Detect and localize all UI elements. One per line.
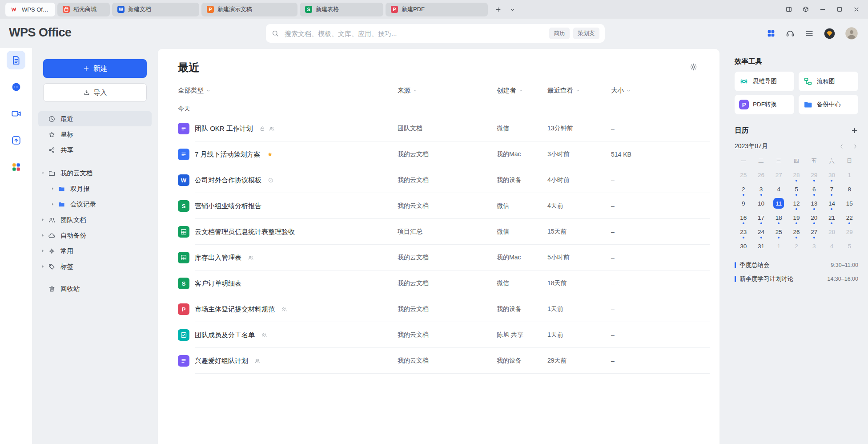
calendar-day[interactable]: 12 [788,196,805,210]
sidebar-item-我的云文档[interactable]: 我的云文档 [38,165,152,181]
calendar-day[interactable]: 4 [770,182,788,196]
calendar-day[interactable]: 25 [770,225,788,239]
tab-4[interactable]: P新建演示文稿 [201,3,297,16]
filter-4[interactable]: 最近查看 [547,86,581,95]
caret-right-icon[interactable] [40,264,45,269]
tab-2[interactable]: 稻壳商城 [57,3,110,16]
new-tab-button[interactable] [492,4,504,15]
sidebar-item-回收站[interactable]: 回收站 [38,281,152,296]
file-row[interactable]: 兴趣爱好组队计划 我的云文档 我的设备 29天前 – [178,348,710,374]
calendar-day[interactable]: 3 [752,182,770,196]
tool-backup[interactable]: 备份中心 [799,95,858,114]
filter-2[interactable]: 来源 [398,86,418,95]
rail-messages-icon[interactable] [7,77,25,96]
file-row[interactable]: W 公司对外合作协议模板 我的云文档 我的设备 4小时前 – [178,167,710,193]
sidebar-item-标签[interactable]: 标签 [38,259,152,274]
calendar-day[interactable]: 16 [735,210,752,225]
sidebar-item-最近[interactable]: 最近 [38,111,152,126]
caret-right-icon[interactable] [40,249,45,254]
calendar-day[interactable]: 26 [752,168,770,182]
search-tag-chip[interactable]: 简历 [549,28,570,39]
sidebar-item-常用[interactable]: 常用 [38,243,152,258]
filter-1[interactable]: 全部类型 [178,86,211,95]
file-row[interactable]: 云文档管理员信息统计表整理验收 项目汇总 微信 15天前 – [178,219,710,245]
tab-list-chevron-icon[interactable] [506,4,518,15]
calendar-day[interactable]: 14 [823,196,841,210]
next-month-button[interactable] [852,143,858,149]
calendar-day[interactable]: 21 [823,210,841,225]
file-row[interactable]: 7 月线下活动策划方案 我的云文档 我的Mac 3小时前 514 KB [178,141,710,167]
rail-cloud-space-icon[interactable] [7,131,25,149]
menu-icon[interactable] [804,28,814,38]
tab-3[interactable]: W新建文档 [112,3,199,16]
calendar-day[interactable]: 4 [823,239,841,253]
sidebar-item-自动备份[interactable]: 自动备份 [38,228,152,243]
calendar-day[interactable]: 10 [752,196,770,210]
calendar-day[interactable]: 3 [805,239,823,253]
maximize-button[interactable] [833,3,846,16]
sidebar-item-双月报[interactable]: 双月报 [38,181,152,196]
tab-1[interactable]: WPS Office [5,3,55,16]
caret-down-icon[interactable] [40,171,45,176]
search-bar[interactable]: 简历策划案 [266,24,605,43]
tab-5[interactable]: S新建表格 [300,3,383,16]
calendar-day[interactable]: 30 [823,168,841,182]
filter-3[interactable]: 创建者 [497,86,524,95]
calendar-day[interactable]: 5 [840,239,858,253]
search-tag-chip[interactable]: 策划案 [573,28,599,39]
workspace-icon[interactable] [800,3,812,16]
sidebar-item-团队文档[interactable]: 团队文档 [38,212,152,227]
prev-month-button[interactable] [839,143,845,149]
file-row[interactable]: P 市场主体登记提交材料规范 我的云文档 我的设备 1天前 – [178,296,710,322]
calendar-day[interactable]: 8 [840,182,858,196]
calendar-day-selected[interactable]: 11 [770,196,788,210]
calendar-day[interactable]: 15 [840,196,858,210]
user-avatar[interactable] [845,27,858,40]
sidebar-item-会议记录[interactable]: 会议记录 [38,197,152,212]
calendar-day[interactable]: 25 [735,168,752,182]
calendar-day[interactable]: 1 [840,168,858,182]
calendar-day[interactable]: 27 [770,168,788,182]
sidebar-item-共享[interactable]: 共享 [38,142,152,157]
calendar-day[interactable]: 13 [805,196,823,210]
tool-flowchart[interactable]: 流程图 [799,72,858,91]
search-input[interactable] [284,29,545,38]
calendar-day[interactable]: 30 [735,239,752,253]
calendar-day[interactable]: 1 [770,239,788,253]
calendar-day[interactable]: 2 [735,182,752,196]
calendar-day[interactable]: 18 [770,210,788,225]
calendar-day[interactable]: 27 [805,225,823,239]
calendar-day[interactable]: 19 [788,210,805,225]
membership-icon[interactable] [824,28,836,40]
calendar-day[interactable]: 29 [840,225,858,239]
caret-right-icon[interactable] [40,218,45,222]
file-row[interactable]: 库存出入管理表 我的云文档 我的Mac 5小时前 – [178,245,710,270]
customer-service-icon[interactable] [785,28,795,38]
calendar-day[interactable]: 24 [752,225,770,239]
calendar-day[interactable]: 29 [805,168,823,182]
filter-5[interactable]: 大小 [611,86,631,95]
file-row[interactable]: S 营销小组业绩分析报告 我的云文档 微信 4天前 – [178,193,710,219]
file-row[interactable]: 团队成员及分工名单 我的云文档 陈旭 共享 1天前 – [178,322,710,348]
import-button[interactable]: 导入 [43,83,147,102]
calendar-day[interactable]: 20 [805,210,823,225]
toggle-panel-icon[interactable] [783,3,795,16]
rail-meetings-icon[interactable] [7,104,25,123]
caret-right-icon[interactable] [50,186,55,191]
rail-apps-icon[interactable] [7,157,25,176]
calendar-day[interactable]: 5 [788,182,805,196]
calendar-day[interactable]: 26 [788,225,805,239]
add-event-button[interactable] [851,127,858,134]
calendar-day[interactable]: 17 [752,210,770,225]
calendar-day[interactable]: 2 [788,239,805,253]
tab-6[interactable]: P新建PDF [386,3,488,16]
calendar-day[interactable]: 28 [788,168,805,182]
calendar-day[interactable]: 23 [735,225,752,239]
new-document-button[interactable]: 新建 [43,59,147,78]
tool-mindmap[interactable]: 思维导图 [735,72,794,91]
calendar-day[interactable]: 9 [735,196,752,210]
close-button[interactable] [850,3,863,16]
sidebar-item-星标[interactable]: 星标 [38,127,152,142]
file-row[interactable]: 团队 OKR 工作计划 团队文档 微信 13分钟前 – [178,116,710,141]
calendar-day[interactable]: 31 [752,239,770,253]
